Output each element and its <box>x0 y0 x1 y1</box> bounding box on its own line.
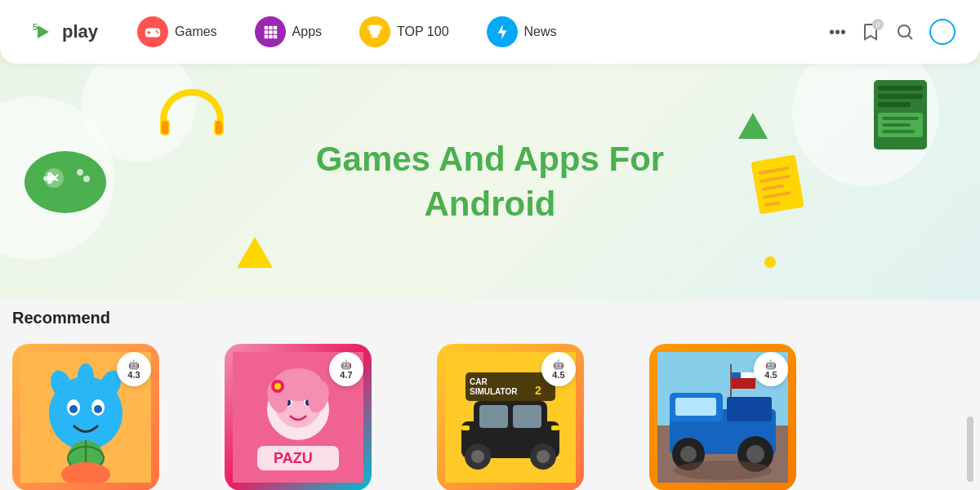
svg-rect-32 <box>162 121 168 134</box>
hero-section: ✕ Games And Apps For Andro <box>0 64 980 301</box>
apps-icon <box>261 23 279 41</box>
android-icon-toca: 🤖 <box>128 359 140 370</box>
more-button[interactable]: ••• <box>829 23 846 42</box>
app-card-inner-avatar: PAZU 🤖 4.7 Avatar World City Life v1.101… <box>225 344 412 490</box>
svg-point-27 <box>83 176 90 182</box>
book-decoration <box>866 76 939 158</box>
svg-point-20 <box>898 25 910 37</box>
svg-rect-18 <box>371 37 378 38</box>
svg-rect-103 <box>731 372 741 378</box>
news-label: News <box>524 24 557 39</box>
android-icon-offroad: 🤖 <box>765 359 777 370</box>
svg-rect-35 <box>878 86 923 91</box>
app-card-inner-toca: 🤖 4.3 бока взлом скачать Тос... <box>12 344 200 490</box>
svg-text:SIMULATOR: SIMULATOR <box>470 387 518 396</box>
trophy-icon <box>366 23 384 41</box>
svg-point-72 <box>274 383 281 390</box>
apps-grid: 🤖 4.3 бока взлом скачать Тос... <box>0 336 980 490</box>
svg-rect-11 <box>264 30 268 34</box>
app-rating-carsim: 🤖 4.5 <box>541 352 576 386</box>
rating-num-toca: 4.3 <box>127 370 140 380</box>
headphones-decoration <box>155 80 229 154</box>
svg-rect-9 <box>269 26 273 30</box>
rating-num-offroad: 4.5 <box>764 370 777 380</box>
svg-point-100 <box>746 445 764 463</box>
svg-rect-13 <box>273 30 277 34</box>
hero-title: Games And Apps For Android <box>316 137 664 226</box>
nav-apps[interactable]: Apps <box>240 10 336 54</box>
svg-rect-10 <box>273 26 277 30</box>
svg-point-55 <box>78 363 94 390</box>
svg-rect-33 <box>216 121 222 134</box>
app-card-avatar[interactable]: PAZU 🤖 4.7 Avatar World City Life v1.101… <box>212 336 425 490</box>
gamepad-icon <box>144 23 162 41</box>
svg-rect-8 <box>264 26 268 30</box>
logo-icon: 5 <box>24 16 57 48</box>
search-icon <box>895 22 915 42</box>
user-avatar[interactable] <box>929 19 956 45</box>
apps-icon-circle <box>255 16 286 47</box>
svg-rect-37 <box>878 102 911 107</box>
gamepad-decoration: ✕ <box>16 129 114 227</box>
nav-top100[interactable]: TOP 100 <box>345 10 463 54</box>
svg-rect-41 <box>882 130 915 133</box>
svg-rect-12 <box>269 30 273 34</box>
svg-rect-17 <box>373 33 376 37</box>
svg-text:PAZU: PAZU <box>274 450 313 466</box>
svg-point-53 <box>94 405 102 413</box>
rating-num-carsim: 4.5 <box>552 370 564 380</box>
svg-rect-96 <box>727 397 772 421</box>
top100-icon-circle <box>359 16 390 47</box>
app-card-inner-carsim: CAR SIMULATOR 2 🤖 4.5 Car Simulator 2 Mo… <box>437 344 625 490</box>
recommend-section: Recommend <box>0 301 980 490</box>
svg-text:5: 5 <box>33 22 38 32</box>
bookmark-badge: 0 <box>872 19 884 30</box>
svg-rect-16 <box>273 35 277 39</box>
news-icon-circle <box>487 16 518 47</box>
svg-rect-36 <box>878 94 923 99</box>
top100-label: TOP 100 <box>397 24 448 39</box>
scrollbar[interactable] <box>967 416 973 482</box>
app-card-offroad[interactable]: 🤖 4.5 Off The Road MOD APK v1.15.... <box>637 336 849 490</box>
app-rating-offroad: 🤖 4.5 <box>754 352 788 386</box>
dot-yellow <box>764 256 776 268</box>
search-button[interactable] <box>895 22 915 42</box>
svg-point-105 <box>674 461 772 480</box>
logo-text: play <box>62 21 98 42</box>
svg-rect-78 <box>479 405 508 428</box>
svg-point-81 <box>471 450 484 463</box>
triangle-yellow-left <box>237 237 273 268</box>
app-card-inner-offroad: 🤖 4.5 Off The Road MOD APK v1.15.... <box>649 344 837 490</box>
svg-rect-85 <box>461 425 470 430</box>
app-rating-avatar: 🤖 4.7 <box>329 352 363 386</box>
hero-title-line2: Android <box>316 182 664 227</box>
svg-point-26 <box>77 169 83 176</box>
svg-rect-79 <box>513 405 541 428</box>
nav-news[interactable]: News <box>472 10 572 54</box>
android-icon-carsim: 🤖 <box>553 359 564 370</box>
lightning-icon <box>493 23 511 41</box>
svg-point-7 <box>157 32 158 33</box>
svg-rect-84 <box>551 425 559 430</box>
nav-games[interactable]: Games <box>122 10 232 54</box>
rating-num-avatar: 4.7 <box>340 370 352 380</box>
svg-rect-15 <box>269 35 273 39</box>
note-decoration <box>746 149 814 224</box>
apps-label: Apps <box>292 24 322 39</box>
games-label: Games <box>175 24 217 39</box>
svg-rect-95 <box>675 398 716 416</box>
bookmark-button[interactable]: 0 <box>861 22 880 42</box>
svg-line-21 <box>909 36 913 40</box>
app-rating-toca: 🤖 4.3 <box>117 352 151 386</box>
android-icon-avatar: 🤖 <box>341 359 352 370</box>
svg-rect-40 <box>882 123 911 127</box>
app-card-carsim[interactable]: CAR SIMULATOR 2 🤖 4.5 Car Simulator 2 Mo… <box>425 336 637 490</box>
svg-text:CAR: CAR <box>470 377 488 386</box>
svg-marker-19 <box>497 24 506 39</box>
svg-point-6 <box>156 30 158 32</box>
logo[interactable]: 5 play <box>24 16 98 48</box>
triangle-green-right <box>738 113 768 139</box>
header: 5 play Games <box>0 0 980 64</box>
svg-rect-42 <box>751 154 804 215</box>
app-card-toca[interactable]: 🤖 4.3 бока взлом скачать Тос... <box>0 336 212 490</box>
